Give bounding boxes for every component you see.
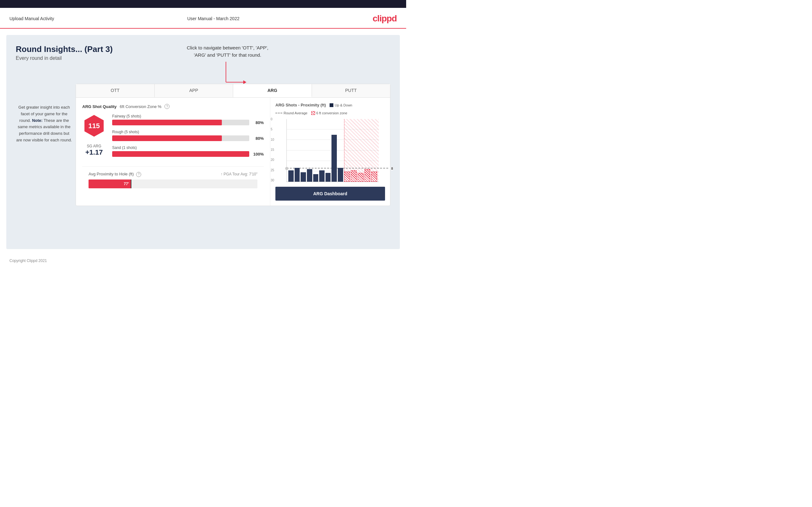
chart-bar-8 <box>332 135 337 182</box>
chart-bar-12 <box>358 173 364 182</box>
bar-bg-fairway <box>112 120 249 125</box>
legend-square-icon <box>329 103 334 107</box>
chart-bars <box>287 119 379 182</box>
chart-bar-9 <box>338 168 343 182</box>
chart-bar-2 <box>295 168 300 182</box>
hex-container: 115 SG ARG +1.17 Fairway (5 shots) <box>82 114 264 161</box>
proximity-cursor <box>131 179 132 188</box>
tab-bar: OTT APP ARG PUTT <box>76 84 390 98</box>
proximity-bar-fill: 77' <box>89 179 131 188</box>
y-labels: 30 25 20 15 10 5 0 <box>271 117 274 184</box>
bar-label-fairway: Fairway (5 shots) <box>112 114 264 118</box>
chart-container: 30 25 20 15 10 5 0 <box>278 117 382 184</box>
bar-fill-sand <box>112 151 249 157</box>
sidebar-note: Get greater insight into each facet of y… <box>16 105 72 142</box>
bar-bg-sand <box>112 151 249 157</box>
bars-section: Fairway (5 shots) 80% Rough (5 shots) <box>112 114 264 161</box>
tab-putt[interactable]: PUTT <box>312 84 391 97</box>
chart-bar-14 <box>371 172 377 182</box>
tab-app[interactable]: APP <box>155 84 234 97</box>
y-label-5: 5 <box>271 127 274 131</box>
pga-avg: ↑ PGA Tour Avg: 7'10" <box>220 172 257 176</box>
bar-label-sand: Sand (1 shots) <box>112 146 264 150</box>
bar-label-rough: Rough (5 shots) <box>112 130 264 134</box>
info-icon[interactable]: ? <box>164 104 169 109</box>
proximity-info-icon[interactable]: ? <box>136 172 141 177</box>
chart-area: 8 <box>287 119 379 182</box>
right-panel: ARG Shots - Proximity (ft) Up & Down Rou… <box>270 98 390 206</box>
bar-fill-fairway <box>112 120 222 125</box>
chart-header: ARG Shots - Proximity (ft) Up & Down Rou… <box>275 103 385 115</box>
bar-bg-rough <box>112 135 249 141</box>
logo: clippd <box>373 13 397 23</box>
bar-pct-sand: 100% <box>252 152 264 157</box>
proximity-header: Avg Proximity to Hole (ft) ? ↑ PGA Tour … <box>89 172 257 177</box>
bar-row-fairway: Fairway (5 shots) 80% <box>112 114 264 125</box>
bar-track-fairway: 80% <box>112 120 264 125</box>
dashboard-card: OTT APP ARG PUTT ARG Shot Quality 6ft Co… <box>75 84 391 206</box>
proximity-bar-track: 77' <box>89 179 257 188</box>
manual-label: User Manual - March 2022 <box>187 16 240 21</box>
chart-bar-1 <box>288 170 294 182</box>
y-label-20: 20 <box>271 158 274 162</box>
y-label-25: 25 <box>271 168 274 172</box>
bar-row-sand: Sand (1 shots) 100% <box>112 146 264 157</box>
proximity-value: 77' <box>124 182 129 186</box>
sg-value: +1.17 <box>85 148 103 157</box>
bar-row-rough: Rough (5 shots) 80% <box>112 130 264 141</box>
sg-section: SG ARG +1.17 <box>85 144 103 157</box>
main-content: Round Insights... (Part 3) Every round i… <box>6 35 400 249</box>
sidebar-text: Get greater insight into each facet of y… <box>16 104 72 144</box>
proximity-section: Avg Proximity to Hole (ft) ? ↑ PGA Tour … <box>82 166 264 193</box>
bar-track-rough: 80% <box>112 135 264 141</box>
legend-hatched-icon <box>311 111 315 115</box>
chart-bar-3 <box>301 172 306 182</box>
chart-bar-6 <box>319 170 324 182</box>
section-header: ARG Shot Quality 6ft Conversion Zone % ? <box>82 104 264 109</box>
chart-bar-5 <box>313 174 318 182</box>
sg-label: SG ARG <box>85 144 103 148</box>
note-bold: Note: <box>32 118 43 123</box>
legend-dashed-icon <box>275 113 282 113</box>
chart-bar-4 <box>307 169 312 182</box>
top-bar <box>0 0 406 8</box>
legend-up-down: Up & Down <box>329 103 352 107</box>
section-label: ARG Shot Quality <box>82 104 116 109</box>
upload-label[interactable]: Upload Manual Activity <box>9 16 54 21</box>
hex-badge: 115 <box>82 114 106 137</box>
dashed-value: 8 <box>391 167 393 170</box>
tab-ott[interactable]: OTT <box>76 84 155 97</box>
y-label-30: 30 <box>271 178 274 182</box>
nav-hint: Click to navigate between 'OTT', 'APP','… <box>187 44 268 59</box>
chart-title: ARG Shots - Proximity (ft) <box>275 103 326 107</box>
bar-pct-fairway: 80% <box>252 120 264 125</box>
section-sublabel: 6ft Conversion Zone % <box>120 104 161 109</box>
copyright: Copyright Clippd 2021 <box>9 259 47 263</box>
header: Upload Manual Activity User Manual - Mar… <box>0 8 406 29</box>
legend-round-avg: Round Average <box>275 111 308 115</box>
chart-bar-11 <box>351 170 357 182</box>
legend-6ft: 6 ft conversion zone <box>311 111 347 115</box>
chart-bar-10 <box>344 172 350 182</box>
left-panel: ARG Shot Quality 6ft Conversion Zone % ?… <box>76 98 270 206</box>
chart-bar-13 <box>365 169 370 182</box>
chart-bar-7 <box>325 173 331 182</box>
card-body: ARG Shot Quality 6ft Conversion Zone % ?… <box>76 98 390 206</box>
bar-pct-rough: 80% <box>252 136 264 141</box>
y-label-10: 10 <box>271 138 274 142</box>
proximity-label: Avg Proximity to Hole (ft) ? <box>89 172 141 177</box>
arg-dashboard-button[interactable]: ARG Dashboard <box>275 187 385 201</box>
tab-arg[interactable]: ARG <box>233 84 312 97</box>
bar-track-sand: 100% <box>112 151 264 157</box>
y-label-0: 0 <box>271 117 274 121</box>
y-label-15: 15 <box>271 148 274 152</box>
bar-fill-rough <box>112 135 222 141</box>
footer: Copyright Clippd 2021 <box>0 256 406 266</box>
